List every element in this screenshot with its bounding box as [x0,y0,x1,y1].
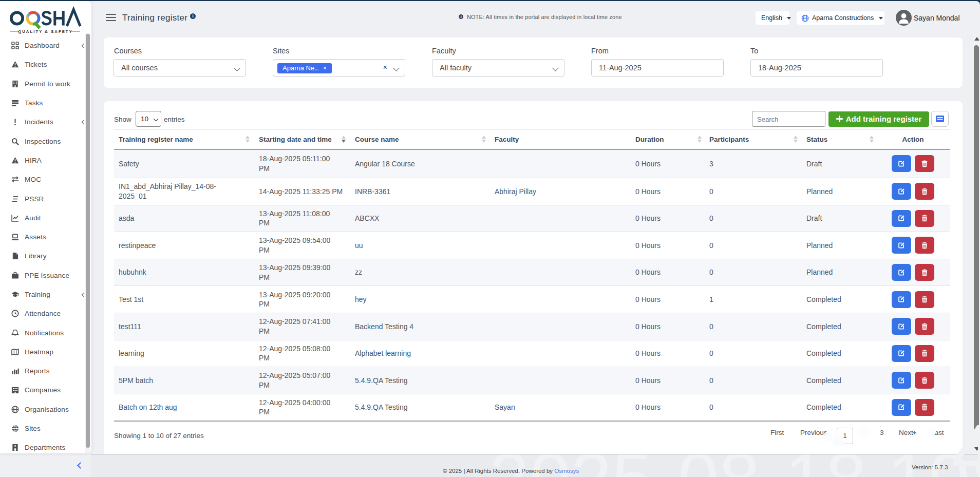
svg-text:QUALITY & SAFETY: QUALITY & SAFETY [18,29,72,34]
